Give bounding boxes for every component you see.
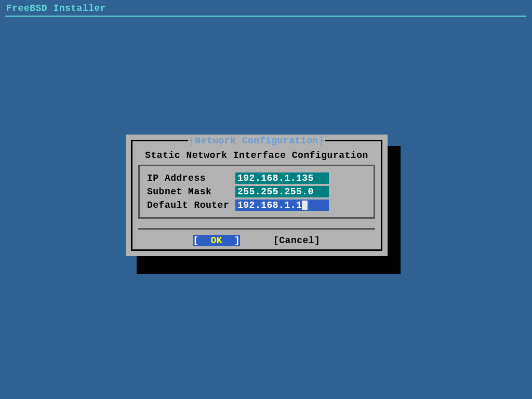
- ok-bracket-left: [: [193, 235, 211, 246]
- network-config-dialog: ┤Network Configuration├ Static Network I…: [126, 135, 388, 256]
- ok-button[interactable]: [ OK ]: [193, 235, 240, 246]
- dialog-subtitle: Static Network Interface Configuration: [126, 150, 388, 161]
- value-subnet-mask: 255.255.255.0: [237, 187, 314, 197]
- title-bracket-left: ┤: [189, 136, 195, 146]
- label-default-router: Default Router: [147, 200, 235, 210]
- value-ip-address: 192.168.1.135: [237, 173, 314, 183]
- row-subnet-mask: Subnet Mask 255.255.255.0: [147, 185, 366, 198]
- label-subnet-mask: Subnet Mask: [147, 187, 235, 197]
- cancel-bracket-left: [: [273, 235, 279, 246]
- input-default-router[interactable]: 192.168.1.1: [235, 200, 329, 211]
- row-default-router: Default Router 192.168.1.1: [147, 198, 366, 212]
- app-title: FreeBSD Installer: [6, 3, 106, 14]
- app-header: FreeBSD Installer: [0, 0, 532, 16]
- cancel-bracket-right: ]: [314, 235, 320, 246]
- cancel-button[interactable]: [Cancel]: [273, 235, 320, 246]
- label-ip-address: IP Address: [147, 173, 235, 183]
- header-divider: [5, 16, 526, 17]
- title-bracket-right: ├: [318, 136, 324, 146]
- row-ip-address: IP Address 192.168.1.135: [147, 171, 366, 185]
- dialog-title-text: Network Configuration: [195, 136, 318, 146]
- cancel-button-label: Cancel: [279, 235, 314, 246]
- form-box: IP Address 192.168.1.135 Subnet Mask 255…: [138, 165, 375, 219]
- value-default-router: 192.168.1.1: [237, 200, 302, 210]
- ok-button-label: OK: [210, 235, 222, 246]
- text-cursor: [302, 201, 308, 210]
- ok-bracket-right: ]: [222, 235, 240, 246]
- input-subnet-mask[interactable]: 255.255.255.0: [235, 186, 329, 197]
- dialog-button-row: [ OK ] [Cancel]: [138, 228, 375, 251]
- input-ip-address[interactable]: 192.168.1.135: [235, 172, 329, 184]
- dialog-title: ┤Network Configuration├: [188, 136, 325, 146]
